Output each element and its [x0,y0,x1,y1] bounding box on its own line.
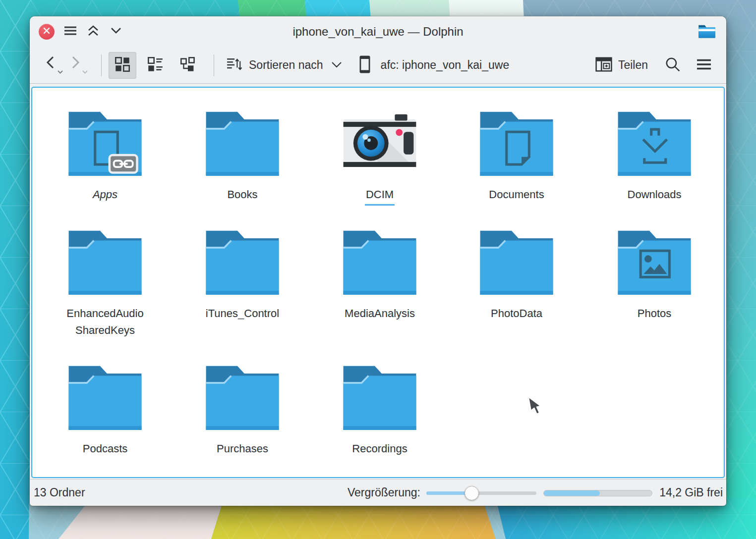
folder-label: DCIM [318,186,442,206]
folder-item[interactable]: Apps [43,107,167,203]
folder-label: Books [180,186,304,203]
back-button[interactable] [45,55,61,75]
folder-item[interactable]: Books [180,107,304,203]
details-view-icon [147,56,163,74]
folder-label: Podcasts [43,440,167,457]
folder-count-label: 13 Ordner [34,486,85,499]
free-space-label: 14,2 GiB frei [659,486,723,499]
search-icon [665,65,681,74]
folder-label: PhotoData [455,305,579,322]
dolphin-window: iphone_von_kai_uwe — Dolphin [30,16,726,506]
folder-label: MediaAnalysis [318,305,442,322]
toolbar-separator [214,54,214,76]
toolbar-separator [101,54,102,76]
folder-icon [43,226,167,300]
sort-icon [226,57,242,74]
folder-icon [592,107,716,181]
window-title: iphone_von_kai_uwe — Dolphin [30,25,726,39]
folder-label: Photos [592,305,716,322]
view-icons-button[interactable] [109,52,136,79]
folder-item[interactable]: DCIM [318,107,442,206]
chevron-down-icon [110,27,122,36]
folder-label: Documents [455,186,579,203]
tree-view-icon [180,56,196,74]
sort-label: Sortieren nach [249,58,323,72]
folder-item[interactable]: iTunes_Control [180,226,304,322]
folder-icon [455,107,579,181]
folder-icon [455,226,579,300]
folder-label: iTunes_Control [180,305,304,322]
folder-icon [318,361,442,435]
folder-item[interactable]: Documents [455,107,579,203]
toolbar: Sortieren nach afc: iphone_von_kai_uwe [30,47,726,84]
smartphone-icon [359,55,371,76]
folder-item[interactable]: MediaAnalysis [318,226,442,322]
folder-item[interactable]: EnhancedAudio SharedKeys [43,226,167,339]
folder-icon [318,226,442,300]
zoom-slider-handle[interactable] [465,486,479,500]
sort-chevron-down-icon [331,61,342,70]
folder-item[interactable]: Recordings [318,361,442,457]
application-menu-button[interactable] [61,23,79,41]
split-view-label: Teilen [618,58,648,72]
folder-icon [180,226,304,300]
folder-label: Recordings [318,440,442,457]
folder-item[interactable]: Purchases [180,361,304,457]
folder-icon [180,361,304,435]
mouse-cursor [527,396,542,418]
split-view-icon [595,57,612,74]
forward-history-chevron-icon[interactable] [82,67,88,76]
free-space-bar [543,490,652,496]
icons-view-icon [115,56,130,74]
free-space-bar-fill [544,490,600,496]
folder-icon [318,107,442,181]
folder-view[interactable]: Apps Books DCIM Documents Downloads Enha… [31,87,725,478]
zoom-slider[interactable] [426,491,536,495]
folder-item[interactable]: Downloads [592,107,716,203]
breadcrumb-location[interactable]: afc: iphone_von_kai_uwe [359,55,510,76]
folder-icon [43,361,167,435]
split-view-button[interactable]: Teilen [595,57,648,74]
keep-above-button[interactable] [84,23,102,41]
double-chevron-up-icon [87,25,100,39]
statusbar: 13 Ordner Vergrößerung: 14,2 GiB frei [30,479,726,506]
folder-icon [43,107,167,181]
zoom-label: Vergrößerung: [348,486,420,499]
folder-label: Apps [43,186,167,203]
breadcrumb-text: afc: iphone_von_kai_uwe [381,58,510,72]
close-button[interactable] [39,24,55,40]
folder-label: EnhancedAudio SharedKeys [43,305,167,339]
folder-label: Downloads [592,186,716,203]
hamburger-icon [697,63,711,72]
menu-button[interactable] [697,58,711,72]
folder-item[interactable]: Podcasts [43,361,167,457]
search-button[interactable] [665,56,681,74]
shade-button[interactable] [107,23,125,41]
folder-icon [180,107,304,181]
folder-item[interactable]: PhotoData [455,226,579,322]
folder-label: Purchases [180,440,304,457]
dolphin-app-icon [698,23,716,42]
close-icon [43,27,51,37]
hamburger-icon [64,26,77,38]
back-history-chevron-icon[interactable] [57,67,63,76]
view-tree-button[interactable] [174,52,202,79]
sort-button[interactable]: Sortieren nach [226,57,342,74]
folder-item[interactable]: Photos [592,226,716,322]
folder-icon [592,226,716,300]
view-details-button[interactable] [141,52,169,79]
titlebar[interactable]: iphone_von_kai_uwe — Dolphin [30,16,726,47]
forward-button[interactable] [69,55,86,75]
